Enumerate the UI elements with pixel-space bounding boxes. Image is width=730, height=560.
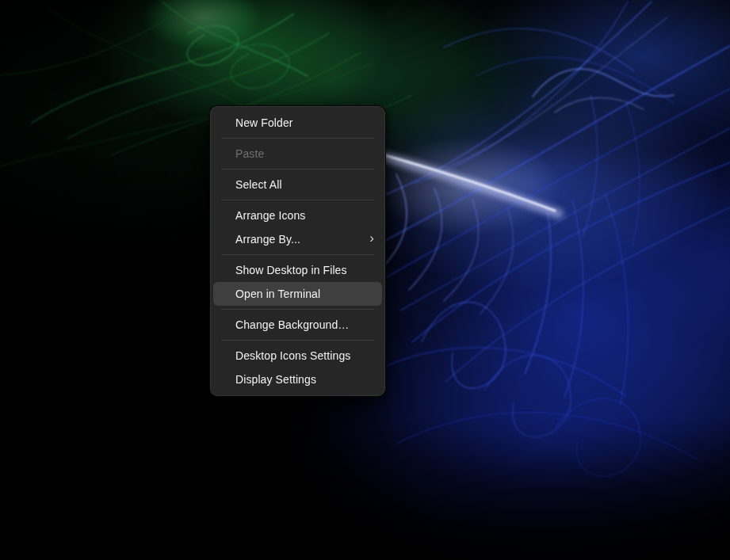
menu-separator: [221, 169, 374, 170]
menu-separator: [221, 138, 374, 139]
menu-item-display-settings[interactable]: Display Settings: [213, 368, 382, 391]
menu-item-arrange-icons[interactable]: Arrange Icons: [213, 204, 382, 227]
menu-separator: [221, 254, 374, 255]
menu-item-new-folder[interactable]: New Folder: [213, 111, 382, 135]
menu-separator: [221, 340, 374, 341]
menu-item-select-all[interactable]: Select All: [213, 173, 382, 196]
desktop-context-menu: New Folder Paste Select All Arrange Icon…: [209, 105, 386, 397]
desktop[interactable]: New Folder Paste Select All Arrange Icon…: [0, 0, 730, 560]
menu-item-label: Arrange By...: [235, 233, 300, 246]
menu-separator: [221, 309, 374, 310]
menu-item-open-in-terminal[interactable]: Open in Terminal: [213, 282, 382, 306]
menu-item-change-background[interactable]: Change Background…: [213, 313, 382, 337]
menu-item-paste[interactable]: Paste: [213, 142, 382, 166]
menu-item-desktop-icons-settings[interactable]: Desktop Icons Settings: [213, 344, 382, 368]
menu-item-arrange-by[interactable]: Arrange By... ›: [213, 227, 382, 251]
menu-item-show-desktop-in-files[interactable]: Show Desktop in Files: [213, 258, 382, 282]
menu-separator: [221, 200, 374, 200]
chevron-right-icon: ›: [369, 227, 374, 251]
